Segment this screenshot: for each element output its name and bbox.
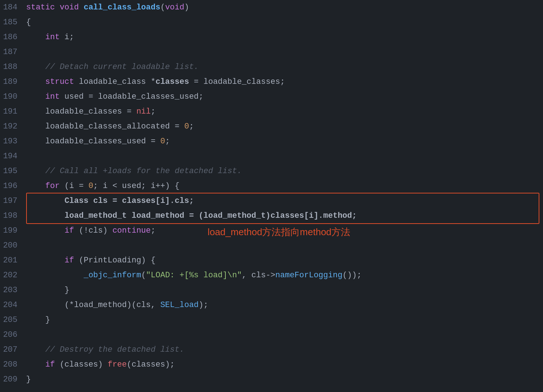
code-line: 196 for (i = 0; i < used; i++) { bbox=[0, 179, 543, 193]
line-content: if (!cls) continue; bbox=[26, 223, 543, 238]
code-line: 208 if (classes) free(classes); bbox=[0, 357, 543, 372]
line-content: } bbox=[26, 313, 543, 327]
line-number: 191 bbox=[0, 104, 26, 119]
line-number: 202 bbox=[0, 268, 26, 283]
line-content: // Call all +loads for the detached list… bbox=[26, 164, 543, 179]
code-line: 188 // Detach current loadable list. bbox=[0, 60, 543, 74]
code-line: 199 if (!cls) continue; bbox=[0, 223, 543, 238]
code-container: 184static void call_class_loads(void)185… bbox=[0, 0, 543, 387]
line-content: struct loadable_class *classes = loadabl… bbox=[26, 74, 543, 89]
code-line: 202 _objc_inform("LOAD: +[%s load]\n", c… bbox=[0, 268, 543, 283]
code-line: 191 loadable_classes = nil; bbox=[0, 104, 543, 119]
line-number: 207 bbox=[0, 342, 26, 357]
code-line: 207 // Destroy the detached list. bbox=[0, 342, 543, 357]
line-content: // Detach current loadable list. bbox=[26, 60, 543, 74]
line-content: for (i = 0; i < used; i++) { bbox=[26, 179, 543, 193]
code-line: 195 // Call all +loads for the detached … bbox=[0, 164, 543, 179]
line-content: load_method_t load_method = (load_method… bbox=[26, 208, 543, 223]
code-line: 206 bbox=[0, 327, 543, 342]
code-line: 185{ bbox=[0, 15, 543, 30]
line-content: loadable_classes = nil; bbox=[26, 104, 543, 119]
line-content: _objc_inform("LOAD: +[%s load]\n", cls->… bbox=[26, 268, 543, 283]
code-line: 204 (*load_method)(cls, SEL_load); bbox=[0, 298, 543, 313]
line-number: 204 bbox=[0, 298, 26, 313]
line-number: 199 bbox=[0, 223, 26, 238]
code-line: 200 bbox=[0, 238, 543, 253]
line-content: int i; bbox=[26, 30, 543, 45]
line-number: 188 bbox=[0, 60, 26, 74]
line-content: // Destroy the detached list. bbox=[26, 342, 543, 357]
code-line: 201 if (PrintLoading) { bbox=[0, 253, 543, 268]
line-number: 185 bbox=[0, 15, 26, 30]
line-number: 206 bbox=[0, 327, 26, 342]
line-content: static void call_class_loads(void) bbox=[26, 0, 543, 15]
line-number: 196 bbox=[0, 179, 26, 193]
line-number: 200 bbox=[0, 238, 26, 253]
code-line: 205 } bbox=[0, 313, 543, 327]
code-line: 209} bbox=[0, 372, 543, 387]
line-content: { bbox=[26, 15, 543, 30]
line-content: } bbox=[26, 283, 543, 298]
code-line: 203 } bbox=[0, 283, 543, 298]
code-line: 187 bbox=[0, 45, 543, 60]
line-number: 197 bbox=[0, 193, 26, 208]
code-line: 186 int i; bbox=[0, 30, 543, 45]
line-number: 184 bbox=[0, 0, 26, 15]
line-number: 186 bbox=[0, 30, 26, 45]
line-number: 192 bbox=[0, 119, 26, 134]
line-number: 203 bbox=[0, 283, 26, 298]
code-line: 190 int used = loadable_classes_used; bbox=[0, 89, 543, 104]
line-content: int used = loadable_classes_used; bbox=[26, 89, 543, 104]
line-number: 194 bbox=[0, 149, 26, 164]
code-line: 184static void call_class_loads(void) bbox=[0, 0, 543, 15]
code-line: 198 load_method_t load_method = (load_me… bbox=[0, 208, 543, 223]
line-number: 193 bbox=[0, 134, 26, 149]
code-line: 193 loadable_classes_used = 0; bbox=[0, 134, 543, 149]
code-line: 197 Class cls = classes[i].cls; bbox=[0, 193, 543, 208]
line-content: (*load_method)(cls, SEL_load); bbox=[26, 298, 543, 313]
line-content: Class cls = classes[i].cls; bbox=[26, 193, 543, 208]
line-content: loadable_classes_allocated = 0; bbox=[26, 119, 543, 134]
line-content: } bbox=[26, 372, 543, 387]
line-number: 195 bbox=[0, 164, 26, 179]
line-content: loadable_classes_used = 0; bbox=[26, 134, 543, 149]
line-number: 190 bbox=[0, 89, 26, 104]
line-content: if (classes) free(classes); bbox=[26, 357, 543, 372]
code-line: 189 struct loadable_class *classes = loa… bbox=[0, 74, 543, 89]
line-number: 189 bbox=[0, 74, 26, 89]
line-content: if (PrintLoading) { bbox=[26, 253, 543, 268]
code-line: 192 loadable_classes_allocated = 0; bbox=[0, 119, 543, 134]
line-number: 198 bbox=[0, 208, 26, 223]
line-number: 187 bbox=[0, 45, 26, 60]
line-number: 208 bbox=[0, 357, 26, 372]
line-number: 205 bbox=[0, 313, 26, 327]
line-number: 201 bbox=[0, 253, 26, 268]
line-number: 209 bbox=[0, 372, 26, 387]
code-line: 194 bbox=[0, 149, 543, 164]
